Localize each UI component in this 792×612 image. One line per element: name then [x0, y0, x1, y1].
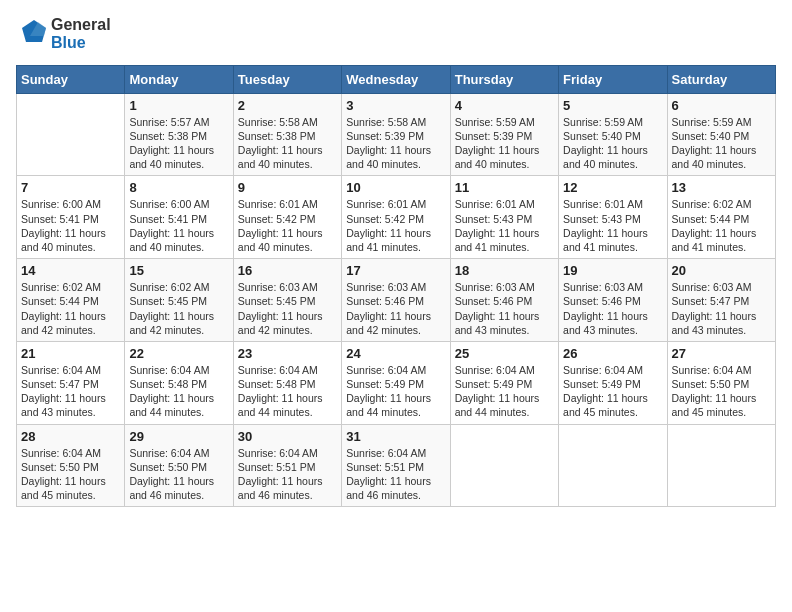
day-number: 16 [238, 263, 337, 278]
calendar-day-cell [559, 424, 667, 507]
day-info: Sunrise: 6:01 AMSunset: 5:43 PMDaylight:… [563, 197, 662, 254]
calendar-week-row: 1Sunrise: 5:57 AMSunset: 5:38 PMDaylight… [17, 93, 776, 176]
day-info: Sunrise: 6:04 AMSunset: 5:49 PMDaylight:… [563, 363, 662, 420]
calendar-day-cell: 20Sunrise: 6:03 AMSunset: 5:47 PMDayligh… [667, 259, 775, 342]
day-info: Sunrise: 6:04 AMSunset: 5:50 PMDaylight:… [129, 446, 228, 503]
calendar-day-cell: 24Sunrise: 6:04 AMSunset: 5:49 PMDayligh… [342, 341, 450, 424]
day-number: 25 [455, 346, 554, 361]
calendar-day-cell: 22Sunrise: 6:04 AMSunset: 5:48 PMDayligh… [125, 341, 233, 424]
calendar-day-cell: 16Sunrise: 6:03 AMSunset: 5:45 PMDayligh… [233, 259, 341, 342]
calendar-day-cell: 2Sunrise: 5:58 AMSunset: 5:38 PMDaylight… [233, 93, 341, 176]
calendar-day-cell: 7Sunrise: 6:00 AMSunset: 5:41 PMDaylight… [17, 176, 125, 259]
day-info: Sunrise: 6:04 AMSunset: 5:48 PMDaylight:… [129, 363, 228, 420]
day-number: 10 [346, 180, 445, 195]
day-info: Sunrise: 5:59 AMSunset: 5:39 PMDaylight:… [455, 115, 554, 172]
day-info: Sunrise: 6:01 AMSunset: 5:42 PMDaylight:… [238, 197, 337, 254]
calendar-day-cell: 14Sunrise: 6:02 AMSunset: 5:44 PMDayligh… [17, 259, 125, 342]
day-number: 28 [21, 429, 120, 444]
day-number: 12 [563, 180, 662, 195]
calendar-day-cell: 29Sunrise: 6:04 AMSunset: 5:50 PMDayligh… [125, 424, 233, 507]
weekday-header-cell: Saturday [667, 65, 775, 93]
calendar-day-cell: 8Sunrise: 6:00 AMSunset: 5:41 PMDaylight… [125, 176, 233, 259]
calendar-week-row: 28Sunrise: 6:04 AMSunset: 5:50 PMDayligh… [17, 424, 776, 507]
day-number: 19 [563, 263, 662, 278]
day-info: Sunrise: 6:04 AMSunset: 5:50 PMDaylight:… [21, 446, 120, 503]
day-number: 6 [672, 98, 771, 113]
page-header: General Blue [16, 16, 776, 53]
weekday-header-cell: Tuesday [233, 65, 341, 93]
day-info: Sunrise: 5:57 AMSunset: 5:38 PMDaylight:… [129, 115, 228, 172]
weekday-header-row: SundayMondayTuesdayWednesdayThursdayFrid… [17, 65, 776, 93]
calendar-day-cell: 10Sunrise: 6:01 AMSunset: 5:42 PMDayligh… [342, 176, 450, 259]
day-number: 23 [238, 346, 337, 361]
day-number: 1 [129, 98, 228, 113]
calendar-day-cell: 17Sunrise: 6:03 AMSunset: 5:46 PMDayligh… [342, 259, 450, 342]
day-info: Sunrise: 6:01 AMSunset: 5:43 PMDaylight:… [455, 197, 554, 254]
calendar-day-cell [450, 424, 558, 507]
day-number: 26 [563, 346, 662, 361]
day-number: 13 [672, 180, 771, 195]
day-info: Sunrise: 6:04 AMSunset: 5:49 PMDaylight:… [455, 363, 554, 420]
day-number: 2 [238, 98, 337, 113]
day-info: Sunrise: 5:58 AMSunset: 5:39 PMDaylight:… [346, 115, 445, 172]
calendar-day-cell: 11Sunrise: 6:01 AMSunset: 5:43 PMDayligh… [450, 176, 558, 259]
calendar-week-row: 14Sunrise: 6:02 AMSunset: 5:44 PMDayligh… [17, 259, 776, 342]
day-number: 14 [21, 263, 120, 278]
day-info: Sunrise: 6:00 AMSunset: 5:41 PMDaylight:… [21, 197, 120, 254]
calendar-day-cell: 23Sunrise: 6:04 AMSunset: 5:48 PMDayligh… [233, 341, 341, 424]
logo: General Blue [16, 16, 111, 53]
calendar-week-row: 21Sunrise: 6:04 AMSunset: 5:47 PMDayligh… [17, 341, 776, 424]
day-number: 21 [21, 346, 120, 361]
calendar-day-cell: 27Sunrise: 6:04 AMSunset: 5:50 PMDayligh… [667, 341, 775, 424]
day-number: 17 [346, 263, 445, 278]
calendar-day-cell: 21Sunrise: 6:04 AMSunset: 5:47 PMDayligh… [17, 341, 125, 424]
weekday-header-cell: Sunday [17, 65, 125, 93]
calendar-day-cell: 12Sunrise: 6:01 AMSunset: 5:43 PMDayligh… [559, 176, 667, 259]
day-number: 24 [346, 346, 445, 361]
calendar-body: 1Sunrise: 5:57 AMSunset: 5:38 PMDaylight… [17, 93, 776, 506]
day-number: 4 [455, 98, 554, 113]
logo-general-text: General [51, 16, 111, 34]
day-info: Sunrise: 6:03 AMSunset: 5:46 PMDaylight:… [346, 280, 445, 337]
calendar-day-cell: 6Sunrise: 5:59 AMSunset: 5:40 PMDaylight… [667, 93, 775, 176]
day-info: Sunrise: 6:02 AMSunset: 5:45 PMDaylight:… [129, 280, 228, 337]
day-info: Sunrise: 6:00 AMSunset: 5:41 PMDaylight:… [129, 197, 228, 254]
calendar-day-cell: 26Sunrise: 6:04 AMSunset: 5:49 PMDayligh… [559, 341, 667, 424]
day-info: Sunrise: 6:04 AMSunset: 5:51 PMDaylight:… [238, 446, 337, 503]
calendar-day-cell: 3Sunrise: 5:58 AMSunset: 5:39 PMDaylight… [342, 93, 450, 176]
weekday-header-cell: Monday [125, 65, 233, 93]
day-info: Sunrise: 6:04 AMSunset: 5:51 PMDaylight:… [346, 446, 445, 503]
calendar-day-cell: 9Sunrise: 6:01 AMSunset: 5:42 PMDaylight… [233, 176, 341, 259]
day-number: 20 [672, 263, 771, 278]
calendar-day-cell: 28Sunrise: 6:04 AMSunset: 5:50 PMDayligh… [17, 424, 125, 507]
day-info: Sunrise: 6:03 AMSunset: 5:46 PMDaylight:… [563, 280, 662, 337]
day-number: 7 [21, 180, 120, 195]
day-info: Sunrise: 6:04 AMSunset: 5:50 PMDaylight:… [672, 363, 771, 420]
day-number: 5 [563, 98, 662, 113]
calendar-day-cell: 4Sunrise: 5:59 AMSunset: 5:39 PMDaylight… [450, 93, 558, 176]
weekday-header-cell: Thursday [450, 65, 558, 93]
calendar-day-cell: 31Sunrise: 6:04 AMSunset: 5:51 PMDayligh… [342, 424, 450, 507]
day-info: Sunrise: 6:02 AMSunset: 5:44 PMDaylight:… [21, 280, 120, 337]
day-info: Sunrise: 6:04 AMSunset: 5:47 PMDaylight:… [21, 363, 120, 420]
day-number: 27 [672, 346, 771, 361]
calendar-day-cell [667, 424, 775, 507]
calendar-day-cell: 25Sunrise: 6:04 AMSunset: 5:49 PMDayligh… [450, 341, 558, 424]
day-number: 22 [129, 346, 228, 361]
day-number: 15 [129, 263, 228, 278]
calendar-day-cell: 5Sunrise: 5:59 AMSunset: 5:40 PMDaylight… [559, 93, 667, 176]
day-number: 8 [129, 180, 228, 195]
day-number: 9 [238, 180, 337, 195]
calendar-day-cell: 30Sunrise: 6:04 AMSunset: 5:51 PMDayligh… [233, 424, 341, 507]
day-info: Sunrise: 6:01 AMSunset: 5:42 PMDaylight:… [346, 197, 445, 254]
day-info: Sunrise: 6:03 AMSunset: 5:47 PMDaylight:… [672, 280, 771, 337]
day-info: Sunrise: 6:04 AMSunset: 5:48 PMDaylight:… [238, 363, 337, 420]
day-number: 31 [346, 429, 445, 444]
day-info: Sunrise: 6:02 AMSunset: 5:44 PMDaylight:… [672, 197, 771, 254]
day-number: 18 [455, 263, 554, 278]
day-number: 29 [129, 429, 228, 444]
day-info: Sunrise: 5:58 AMSunset: 5:38 PMDaylight:… [238, 115, 337, 172]
calendar-day-cell: 18Sunrise: 6:03 AMSunset: 5:46 PMDayligh… [450, 259, 558, 342]
logo-svg [16, 18, 48, 50]
day-number: 3 [346, 98, 445, 113]
